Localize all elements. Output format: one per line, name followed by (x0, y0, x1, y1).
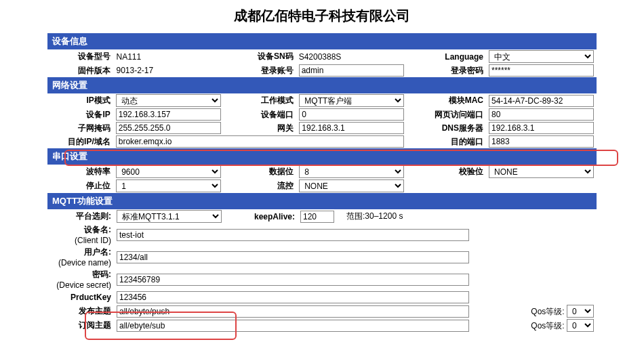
sub-qos-label: Qos等级: (531, 321, 564, 330)
devip-label: 设备IP (47, 108, 113, 121)
mask-input[interactable] (116, 122, 221, 134)
model-label: 设备型号 (47, 49, 113, 64)
ipmode-select[interactable]: 动态 (116, 94, 221, 107)
flow-select[interactable]: NONE (299, 179, 404, 192)
login-pwd-label: 登录密码 (414, 64, 487, 77)
clientid-label: 设备名:(Client ID) (47, 223, 114, 246)
webport-input[interactable] (489, 108, 594, 121)
workmode-select[interactable]: MQTT客户端 (299, 94, 404, 107)
sub-input[interactable] (117, 320, 469, 332)
mqtt-table: 平台选则: 标准MQTT3.1.1 keepAlive: 范围:30–1200 … (47, 209, 597, 333)
serial-table: 波特率 9600 数据位 8 校验位 NONE 停止位 1 流控 NONE (47, 165, 597, 193)
mask-label: 子网掩码 (47, 121, 113, 135)
mac-label: 模块MAC (414, 93, 486, 108)
net-table: IP模式 动态 工作模式 MQTT客户端 模块MAC 设备IP 设备端口 网页访… (47, 93, 597, 148)
devinfo-table: 设备型号 NA111 设备SN码 S4200388S Language 中文 固… (47, 49, 597, 77)
prodkey-label: PrductKey (47, 291, 114, 304)
gw-input[interactable] (299, 122, 404, 134)
sn-value: S4200388S (299, 52, 342, 62)
section-header-devinfo: 设备信息 (47, 33, 597, 49)
language-select[interactable]: 中文 (489, 50, 594, 63)
baud-label: 波特率 (47, 165, 113, 179)
gw-label: 网关 (230, 121, 297, 135)
flow-label: 流控 (230, 179, 296, 193)
prodkey-input[interactable] (117, 291, 469, 303)
pub-qos-select[interactable]: 0 (567, 305, 594, 318)
login-user-label: 登录账号 (230, 64, 296, 77)
password-label: 密码:(Device secret) (47, 268, 114, 291)
devport-input[interactable] (299, 108, 404, 121)
section-header-serial: 串口设置 (47, 148, 597, 165)
devip-input[interactable] (116, 108, 221, 121)
keepalive-input[interactable] (300, 211, 334, 223)
username-label: 用户名:(Device name) (47, 246, 114, 268)
stop-label: 停止位 (47, 179, 113, 193)
sn-label: 设备SN码 (230, 49, 296, 64)
ipmode-label: IP模式 (47, 93, 113, 108)
dstport-input[interactable] (489, 135, 594, 148)
baud-select[interactable]: 9600 (116, 165, 221, 178)
parity-select[interactable]: NONE (489, 165, 594, 178)
dns-label: DNS服务器 (414, 121, 486, 135)
language-label: Language (414, 49, 487, 64)
dstip-label: 目的IP/域名 (47, 135, 113, 148)
username-input[interactable] (117, 251, 469, 263)
page-title: 成都亿佰特电子科技有限公司 (0, 7, 644, 25)
webport-label: 网页访问端口 (414, 108, 486, 121)
stop-select[interactable]: 1 (116, 179, 221, 192)
dns-input[interactable] (489, 122, 594, 134)
sub-qos-select[interactable]: 0 (567, 319, 594, 332)
databits-label: 数据位 (230, 165, 296, 179)
platform-select[interactable]: 标准MQTT3.1.1 (117, 210, 222, 223)
workmode-label: 工作模式 (230, 93, 297, 108)
platform-label: 平台选则: (47, 209, 114, 223)
login-pwd-input[interactable] (489, 64, 594, 77)
login-user-input[interactable] (299, 64, 404, 77)
model-value: NA111 (116, 52, 141, 62)
fw-value: 9013-2-17 (116, 66, 153, 75)
devport-label: 设备端口 (230, 108, 297, 121)
dstport-label: 目的端口 (414, 135, 486, 148)
section-header-mqtt: MQTT功能设置 (47, 193, 597, 209)
databits-select[interactable]: 8 (299, 165, 404, 178)
dstip-input[interactable] (116, 135, 404, 148)
password-input[interactable] (117, 274, 469, 286)
mac-input[interactable] (489, 95, 594, 107)
section-header-net: 网络设置 (47, 77, 597, 93)
keepalive-range: 范围:30–1200 s (344, 209, 597, 223)
pub-input[interactable] (117, 305, 469, 318)
clientid-input[interactable] (117, 229, 469, 241)
pub-qos-label: Qos等级: (531, 307, 564, 316)
fw-label: 固件版本 (47, 64, 113, 77)
parity-label: 校验位 (414, 165, 486, 179)
keepalive-label: keepAlive: (231, 209, 298, 223)
sub-label: 订阅主题 (47, 318, 114, 333)
pub-label: 发布主题 (47, 304, 114, 318)
